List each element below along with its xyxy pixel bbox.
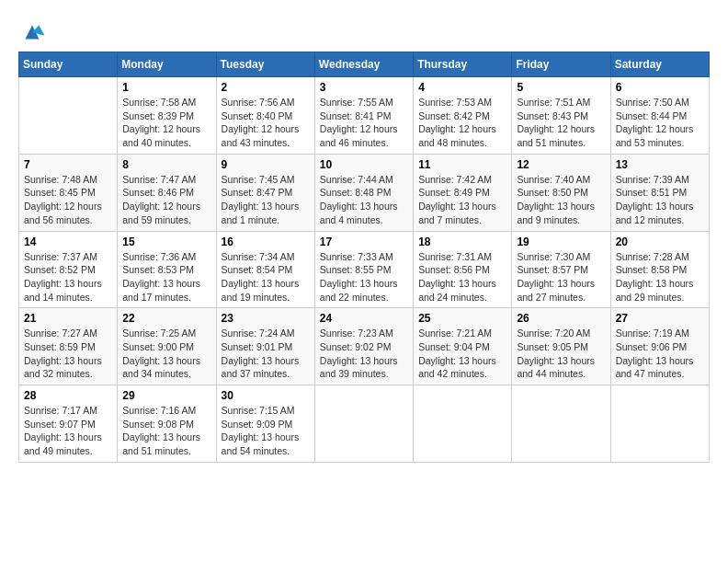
daylight: Daylight: 12 hours and 51 minutes. — [517, 123, 595, 148]
day-number: 16 — [222, 236, 310, 248]
day-info: Sunrise: 7:42 AM Sunset: 8:49 PM Dayligh… — [418, 173, 506, 227]
sunrise: Sunrise: 7:56 AM — [222, 97, 295, 108]
calendar-cell: 7 Sunrise: 7:48 AM Sunset: 8:45 PM Dayli… — [19, 154, 118, 231]
daylight: Daylight: 13 hours and 27 minutes. — [517, 278, 595, 303]
daylight: Daylight: 13 hours and 37 minutes. — [222, 355, 300, 380]
day-number: 27 — [616, 312, 704, 325]
calendar-cell: 4 Sunrise: 7:53 AM Sunset: 8:42 PM Dayli… — [414, 77, 512, 155]
sunrise: Sunrise: 7:19 AM — [616, 327, 689, 339]
day-info: Sunrise: 7:47 AM Sunset: 8:46 PM Dayligh… — [122, 173, 210, 227]
calendar-cell: 17 Sunrise: 7:33 AM Sunset: 8:55 PM Dayl… — [314, 231, 413, 308]
weekday-header: Wednesday — [314, 52, 413, 77]
sunrise: Sunrise: 7:16 AM — [122, 405, 196, 416]
day-info: Sunrise: 7:55 AM Sunset: 8:41 PM Dayligh… — [320, 96, 408, 150]
day-number: 25 — [418, 312, 506, 325]
sunset: Sunset: 8:43 PM — [517, 110, 588, 121]
sunset: Sunset: 9:06 PM — [616, 341, 688, 352]
sunrise: Sunrise: 7:23 AM — [320, 327, 393, 339]
sunset: Sunset: 8:47 PM — [222, 187, 293, 198]
day-number: 10 — [320, 158, 408, 171]
day-number: 18 — [418, 236, 506, 248]
day-info: Sunrise: 7:34 AM Sunset: 8:54 PM Dayligh… — [222, 250, 310, 304]
day-info: Sunrise: 7:50 AM Sunset: 8:44 PM Dayligh… — [616, 96, 704, 150]
sunset: Sunset: 8:57 PM — [517, 264, 588, 275]
sunset: Sunset: 8:42 PM — [418, 110, 490, 121]
calendar-cell: 3 Sunrise: 7:55 AM Sunset: 8:41 PM Dayli… — [314, 77, 413, 155]
calendar-cell: 2 Sunrise: 7:56 AM Sunset: 8:40 PM Dayli… — [216, 77, 314, 155]
day-number: 29 — [122, 389, 210, 402]
daylight: Daylight: 13 hours and 49 minutes. — [24, 431, 102, 456]
sunset: Sunset: 9:00 PM — [122, 341, 194, 352]
sunrise: Sunrise: 7:50 AM — [616, 97, 689, 108]
calendar-cell: 28 Sunrise: 7:17 AM Sunset: 9:07 PM Dayl… — [19, 385, 118, 463]
daylight: Daylight: 12 hours and 56 minutes. — [24, 201, 102, 225]
calendar-cell: 19 Sunrise: 7:30 AM Sunset: 8:57 PM Dayl… — [512, 231, 610, 308]
calendar-cell: 8 Sunrise: 7:47 AM Sunset: 8:46 PM Dayli… — [118, 154, 216, 231]
daylight: Daylight: 12 hours and 59 minutes. — [122, 201, 200, 225]
day-info: Sunrise: 7:19 AM Sunset: 9:06 PM Dayligh… — [616, 327, 704, 381]
day-info: Sunrise: 7:25 AM Sunset: 9:00 PM Dayligh… — [122, 327, 210, 381]
daylight: Daylight: 12 hours and 40 minutes. — [122, 123, 200, 148]
daylight: Daylight: 12 hours and 48 minutes. — [418, 123, 496, 148]
day-info: Sunrise: 7:58 AM Sunset: 8:39 PM Dayligh… — [122, 96, 210, 150]
day-number: 15 — [122, 236, 210, 248]
calendar-cell: 22 Sunrise: 7:25 AM Sunset: 9:00 PM Dayl… — [118, 308, 216, 385]
page-header — [18, 18, 710, 46]
calendar-week-row: 28 Sunrise: 7:17 AM Sunset: 9:07 PM Dayl… — [19, 385, 710, 463]
calendar-cell: 23 Sunrise: 7:24 AM Sunset: 9:01 PM Dayl… — [216, 308, 314, 385]
sunset: Sunset: 8:46 PM — [122, 187, 194, 198]
daylight: Daylight: 13 hours and 34 minutes. — [122, 355, 200, 380]
calendar-cell — [314, 385, 413, 463]
day-info: Sunrise: 7:15 AM Sunset: 9:09 PM Dayligh… — [222, 404, 310, 458]
day-info: Sunrise: 7:33 AM Sunset: 8:55 PM Dayligh… — [320, 250, 408, 304]
calendar-cell: 14 Sunrise: 7:37 AM Sunset: 8:52 PM Dayl… — [19, 231, 118, 308]
sunrise: Sunrise: 7:36 AM — [122, 251, 196, 262]
day-number: 22 — [122, 312, 210, 325]
sunrise: Sunrise: 7:34 AM — [222, 251, 295, 262]
day-info: Sunrise: 7:17 AM Sunset: 9:07 PM Dayligh… — [24, 404, 112, 458]
day-number: 3 — [320, 81, 408, 94]
calendar-cell: 16 Sunrise: 7:34 AM Sunset: 8:54 PM Dayl… — [216, 231, 314, 308]
calendar-cell: 10 Sunrise: 7:44 AM Sunset: 8:48 PM Dayl… — [314, 154, 413, 231]
daylight: Daylight: 13 hours and 22 minutes. — [320, 278, 398, 303]
day-info: Sunrise: 7:23 AM Sunset: 9:02 PM Dayligh… — [320, 327, 408, 381]
sunrise: Sunrise: 7:42 AM — [418, 174, 492, 185]
calendar-week-row: 1 Sunrise: 7:58 AM Sunset: 8:39 PM Dayli… — [19, 77, 710, 155]
sunrise: Sunrise: 7:45 AM — [222, 174, 295, 185]
daylight: Daylight: 13 hours and 39 minutes. — [320, 355, 398, 380]
sunrise: Sunrise: 7:17 AM — [24, 405, 97, 416]
calendar-cell: 18 Sunrise: 7:31 AM Sunset: 8:56 PM Dayl… — [414, 231, 512, 308]
calendar-cell: 25 Sunrise: 7:21 AM Sunset: 9:04 PM Dayl… — [414, 308, 512, 385]
sunrise: Sunrise: 7:51 AM — [517, 97, 590, 108]
sunset: Sunset: 8:56 PM — [418, 264, 490, 275]
day-info: Sunrise: 7:20 AM Sunset: 9:05 PM Dayligh… — [517, 327, 605, 381]
sunset: Sunset: 8:53 PM — [122, 264, 194, 275]
calendar-cell — [19, 77, 118, 155]
day-number: 28 — [24, 389, 112, 402]
sunset: Sunset: 9:01 PM — [222, 341, 293, 352]
day-info: Sunrise: 7:24 AM Sunset: 9:01 PM Dayligh… — [222, 327, 310, 381]
day-info: Sunrise: 7:37 AM Sunset: 8:52 PM Dayligh… — [24, 250, 112, 304]
sunrise: Sunrise: 7:47 AM — [122, 174, 196, 185]
weekday-header: Sunday — [19, 52, 118, 77]
calendar-cell: 15 Sunrise: 7:36 AM Sunset: 8:53 PM Dayl… — [118, 231, 216, 308]
weekday-header: Friday — [512, 52, 610, 77]
weekday-header: Tuesday — [216, 52, 314, 77]
sunset: Sunset: 9:09 PM — [222, 419, 293, 430]
sunset: Sunset: 8:48 PM — [320, 187, 392, 198]
day-number: 14 — [24, 236, 112, 248]
sunrise: Sunrise: 7:31 AM — [418, 251, 492, 262]
daylight: Daylight: 13 hours and 12 minutes. — [616, 201, 694, 225]
sunset: Sunset: 9:04 PM — [418, 341, 490, 352]
day-number: 1 — [122, 81, 210, 94]
day-info: Sunrise: 7:44 AM Sunset: 8:48 PM Dayligh… — [320, 173, 408, 227]
day-number: 13 — [616, 158, 704, 171]
daylight: Daylight: 13 hours and 17 minutes. — [122, 278, 200, 303]
daylight: Daylight: 13 hours and 4 minutes. — [320, 201, 398, 225]
sunset: Sunset: 8:54 PM — [222, 264, 293, 275]
sunset: Sunset: 8:59 PM — [24, 341, 96, 352]
logo — [18, 18, 50, 46]
day-number: 7 — [24, 158, 112, 171]
daylight: Daylight: 13 hours and 9 minutes. — [517, 201, 595, 225]
calendar-cell: 24 Sunrise: 7:23 AM Sunset: 9:02 PM Dayl… — [314, 308, 413, 385]
